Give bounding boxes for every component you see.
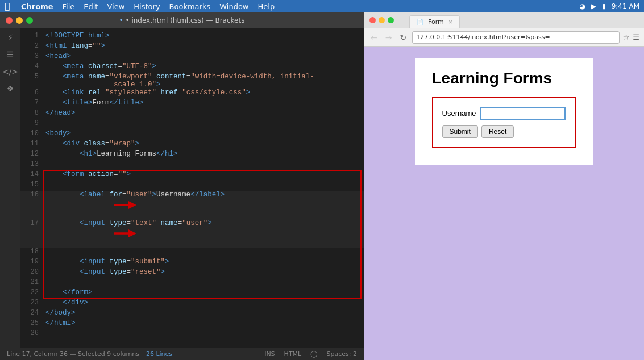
- browser-content: Learning Forms Username Submit Reset: [364, 47, 644, 360]
- menu-file[interactable]: File: [63, 2, 75, 11]
- status-bar: Line 17, Column 36 — Selected 9 columns …: [0, 348, 364, 360]
- editor-file-title: • • index.html (html,css) — Brackets: [119, 16, 245, 24]
- code-line-11: 11 <div class="wrap">: [20, 140, 364, 150]
- html-mode[interactable]: HTML: [284, 350, 302, 358]
- spaces-setting[interactable]: Spaces: 2: [327, 350, 357, 358]
- menu-help[interactable]: Help: [258, 2, 275, 11]
- web-page: Learning Forms Username Submit Reset: [415, 58, 593, 165]
- ins-mode: INS: [264, 350, 275, 358]
- arrow-line16-icon: [114, 199, 136, 211]
- browser-navbar: ← → ↻ 127.0.0.1:51144/index.html?user=&p…: [364, 28, 644, 47]
- code-line-14: 14 <form action="">: [20, 170, 364, 181]
- apple-logo-icon: : [5, 1, 10, 11]
- volume-icon: ▶: [591, 2, 596, 10]
- lightning-icon[interactable]: ⚡: [7, 33, 13, 42]
- code-line-5: 5 <meta name="viewport" content="width=d…: [20, 73, 364, 89]
- battery-icon: ▮: [602, 2, 606, 10]
- minimize-button[interactable]: [16, 17, 23, 24]
- username-label: Username: [442, 109, 476, 118]
- code-line-1: 1 <!DOCTYPE html>: [20, 32, 364, 42]
- submit-button[interactable]: Submit: [442, 125, 478, 138]
- username-input[interactable]: [480, 107, 566, 120]
- menu-bar-right-icons: ◕ ▶ ▮ 9:41 AM: [579, 2, 639, 10]
- code-line-16: 16 <label for="user">Username</label>: [20, 191, 364, 219]
- code-area[interactable]: 1 <!DOCTYPE html> 2 <html lang=""> 3 <he…: [20, 28, 364, 348]
- code-line-21: 21: [20, 278, 364, 288]
- menu-view[interactable]: View: [107, 2, 124, 11]
- reload-button[interactable]: ↻: [397, 32, 409, 43]
- code-line-25: 25 </html>: [20, 319, 364, 329]
- browser-titlebar: 📄 Form ✕: [364, 12, 644, 28]
- form-preview-box: Username Submit Reset: [432, 97, 576, 148]
- browser-fullscreen-button[interactable]: [388, 17, 394, 23]
- code-line-3: 3 <head>: [20, 52, 364, 62]
- code-line-19: 19 <input type="submit">: [20, 258, 364, 268]
- arrow-line17-icon: [114, 227, 136, 240]
- close-button[interactable]: [6, 17, 13, 24]
- svg-marker-0: [114, 201, 136, 210]
- code-editor[interactable]: 1 <!DOCTYPE html> 2 <html lang=""> 3 <he…: [20, 28, 364, 343]
- menu-bar:  Chrome File Edit View History Bookmark…: [0, 0, 644, 12]
- menu-history[interactable]: History: [134, 2, 160, 11]
- code-line-15: 15: [20, 181, 364, 191]
- layers-icon[interactable]: ☰: [7, 50, 14, 59]
- editor-body: ⚡ ☰ </> ❖ 1 <!DOCTYPE html> 2 <html lang…: [0, 28, 364, 348]
- tab-favicon-icon: 📄: [417, 19, 423, 25]
- line-count: 26 Lines: [146, 350, 172, 358]
- back-button[interactable]: ←: [368, 32, 380, 43]
- code-line-17: 17 <input type="text" name="user">: [20, 219, 364, 248]
- editor-titlebar: • • index.html (html,css) — Brackets: [0, 12, 364, 28]
- browser-traffic-lights: [369, 17, 394, 23]
- menu-bookmarks[interactable]: Bookmarks: [169, 2, 211, 11]
- editor-sidebar: ⚡ ☰ </> ❖: [0, 28, 20, 348]
- code-line-10: 10 <body>: [20, 129, 364, 140]
- url-text: 127.0.0.1:51144/index.html?user=&pass=: [416, 34, 550, 41]
- editor-traffic-lights: [6, 17, 33, 24]
- form-buttons: Submit Reset: [442, 125, 566, 138]
- wifi-icon: ◕: [579, 2, 585, 10]
- extract-icon[interactable]: ❖: [7, 84, 14, 93]
- code-line-7: 7 <title>Form</title>: [20, 99, 364, 109]
- browser-pane: 📄 Form ✕ ← → ↻ 127.0.0.1:51144/index.htm…: [364, 12, 644, 360]
- menu-window[interactable]: Window: [219, 2, 248, 11]
- red-box-region: 14 <form action=""> 15 16 <label for="u: [20, 170, 364, 299]
- encoding-icon: ◯: [310, 350, 317, 358]
- browser-close-button[interactable]: [369, 17, 376, 23]
- code-line-22: 22 </form>: [20, 288, 364, 299]
- browser-minimize-button[interactable]: [379, 17, 385, 23]
- main-content: • • index.html (html,css) — Brackets ⚡ ☰…: [0, 12, 644, 360]
- code-icon[interactable]: </>: [2, 67, 18, 76]
- menu-icon[interactable]: ☰: [633, 33, 639, 41]
- code-line-20: 20 <input type="reset">: [20, 268, 364, 278]
- form-username-row: Username: [442, 107, 566, 120]
- code-line-8: 8 </head>: [20, 109, 364, 119]
- editor-pane: • • index.html (html,css) — Brackets ⚡ ☰…: [0, 12, 364, 360]
- code-line-24: 24 </body>: [20, 309, 364, 319]
- address-bar[interactable]: 127.0.0.1:51144/index.html?user=&pass=: [412, 31, 619, 44]
- cursor-position: Line 17, Column 36 — Selected 9 columns: [7, 350, 139, 358]
- browser-tab-form[interactable]: 📄 Form ✕: [409, 15, 460, 28]
- code-line-9: 9: [20, 119, 364, 129]
- fullscreen-button[interactable]: [26, 17, 33, 24]
- menu-edit[interactable]: Edit: [84, 2, 98, 11]
- svg-marker-1: [114, 229, 136, 238]
- code-line-13: 13: [20, 160, 364, 170]
- menu-chrome[interactable]: Chrome: [21, 2, 53, 11]
- status-right: INS HTML ◯ Spaces: 2: [264, 350, 357, 358]
- tab-title: Form: [428, 18, 444, 26]
- code-line-2: 2 <html lang="">: [20, 42, 364, 52]
- code-line-18: 18: [20, 248, 364, 258]
- time-display: 9:41 AM: [612, 2, 639, 10]
- bookmark-icon[interactable]: ☆: [623, 33, 630, 41]
- reset-button[interactable]: Reset: [481, 125, 514, 138]
- code-line-6: 6 <link rel="stylesheet" href="css/style…: [20, 89, 364, 99]
- code-line-26: 26: [20, 329, 364, 340]
- code-line-4: 4 <meta charset="UTF-8">: [20, 62, 364, 73]
- forward-button[interactable]: →: [383, 32, 394, 43]
- code-line-23: 23 </div>: [20, 299, 364, 309]
- tab-close-button[interactable]: ✕: [448, 19, 453, 25]
- code-line-12: 12 <h1>Learning Forms</h1>: [20, 150, 364, 160]
- page-heading: Learning Forms: [432, 69, 576, 87]
